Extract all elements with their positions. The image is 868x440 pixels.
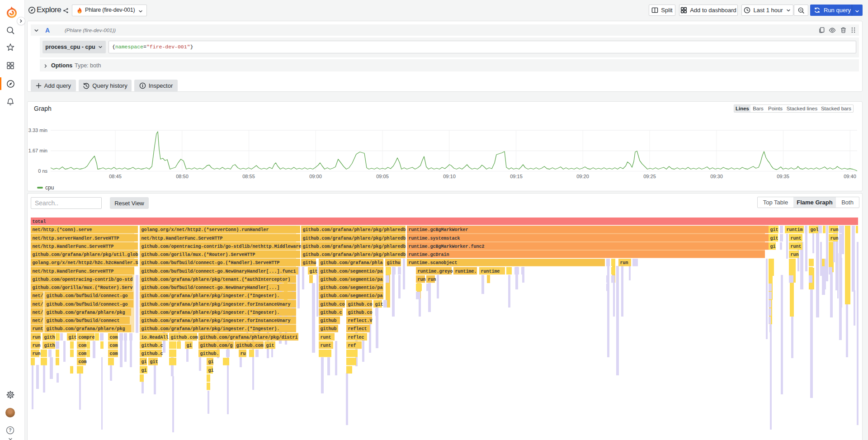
svg-text:reflec: reflec: [348, 335, 364, 340]
svg-text:gi: gi: [142, 360, 147, 364]
svg-text:github.com/opentracing-contrib: github.com/opentracing-contrib/go-std: [33, 277, 133, 282]
svg-text:runtime.gcBgMarkWorker: runtime.gcBgMarkWorker: [409, 227, 468, 232]
svg-text:github.com/segmentio/pa: github.com/segmentio/pa: [321, 293, 383, 298]
svg-text:runtime.greyo: runtime.greyo: [418, 269, 453, 274]
svg-text:github.com: github.com: [171, 335, 198, 340]
svg-text:github.com/grafana/phlare/pkg: github.com/grafana/phlare/pkg: [47, 326, 125, 331]
svg-text:io.ReadAll: io.ReadAll: [142, 335, 169, 340]
svg-text:runtime.: runtime.: [455, 269, 477, 274]
svg-text:runtime.gcBgMarkWorker.func2: runtime.gcBgMarkWorker.func2: [409, 244, 485, 249]
svg-text:github.co: github.co: [348, 310, 373, 315]
svg-text:com: com: [110, 351, 118, 356]
svg-text:gith: gith: [44, 343, 55, 348]
svg-text:gi: gi: [208, 360, 214, 364]
svg-text:net/http.(*conn).serve: net/http.(*conn).serve: [33, 227, 92, 232]
svg-text:github.com/grafana/phlare/pkg/: github.com/grafana/phlare/pkg/ingester.f…: [142, 302, 291, 307]
svg-text:run: run: [791, 252, 799, 257]
svg-text:runt: runt: [321, 343, 331, 348]
svg-text:runt: runt: [791, 244, 802, 249]
svg-text:git: git: [150, 360, 158, 364]
svg-text:gith: gith: [44, 335, 55, 340]
svg-text:github.com/grafana/phlare/pkg: github.com/grafana/phlare/pkg: [47, 310, 125, 315]
svg-text:github.com/gorilla/mux.(*Route: github.com/gorilla/mux.(*Router).Serv: [33, 285, 133, 290]
svg-text:github.com/bufbuild/connect-go: github.com/bufbuild/connect-go: [47, 293, 128, 298]
svg-text:github.com/bufbuild/connect-go: github.com/bufbuild/connect-go: [47, 302, 128, 307]
svg-text:runtime.systemstack: runtime.systemstack: [409, 236, 460, 241]
svg-text:runt: runt: [33, 326, 43, 331]
svg-text:net/: net/: [33, 310, 43, 315]
svg-text:golang.org/x/net/http2/h2c.h2c: golang.org/x/net/http2/h2c.h2cHandler.S: [33, 260, 138, 265]
svg-text:run: run: [620, 260, 628, 265]
svg-text:reflect.V: reflect.V: [348, 318, 373, 323]
svg-text:com: com: [110, 335, 118, 340]
svg-text:github.com/grafana/phlare/pkg/: github.com/grafana/phlare/pkg/phlaredb: [303, 236, 406, 241]
svg-text:github.com/g: github.com/g: [200, 343, 233, 348]
svg-text:ru: ru: [241, 351, 246, 356]
svg-text:github.com/grafana/phlare/pkg/: github.com/grafana/phlare/pkg/phlaredb: [303, 227, 406, 232]
svg-text:git: git: [310, 269, 318, 274]
svg-text:githu: githu: [387, 260, 401, 265]
svg-text:github.com/bufbuild/connect-go: github.com/bufbuild/connect-go.NewUnaryH…: [142, 269, 296, 274]
svg-text:gi: gi: [770, 244, 776, 249]
svg-text:gol: gol: [811, 227, 819, 232]
svg-text:golang.org/x/net/http2.(*serve: golang.org/x/net/http2.(*serverConn).run…: [142, 227, 269, 232]
svg-text:gi: gi: [208, 368, 214, 373]
svg-text:net/http.HandlerFunc.ServeHTTP: net/http.HandlerFunc.ServeHTTP: [142, 236, 223, 241]
svg-text:github.c: github.c: [142, 351, 163, 356]
svg-text:github.c: github.c: [142, 343, 163, 348]
svg-text:net/http.HandlerFunc.ServeHTTP: net/http.HandlerFunc.ServeHTTP: [33, 244, 114, 249]
svg-text:gi: gi: [187, 343, 192, 348]
svg-text:total: total: [33, 219, 46, 224]
svg-text:github.com/segmentio/pa: github.com/segmentio/pa: [321, 285, 383, 290]
svg-text:runt: runt: [791, 236, 802, 241]
svg-text:net/: net/: [33, 302, 43, 307]
svg-text:github.com/segmentio/pa: github.com/segmentio/pa: [321, 269, 383, 274]
svg-text:gi: gi: [142, 368, 147, 373]
svg-text:github.com/grafana/phlare/pkg/: github.com/grafana/phlare/pkg/ingester.f…: [142, 318, 291, 323]
svg-text:github.co: github.co: [348, 302, 373, 307]
svg-text:githu: githu: [303, 260, 316, 265]
svg-text:runtim: runtim: [787, 227, 803, 232]
svg-text:runtime.scanobject: runtime.scanobject: [409, 260, 458, 265]
svg-text:com: com: [79, 351, 87, 356]
svg-text:github.com/grafana/phlare/pkg/: github.com/grafana/phlare/pkg/ingester.(…: [142, 310, 280, 315]
svg-text:run: run: [428, 277, 436, 282]
svg-text:github.com/grafana/phlare/pkg/: github.com/grafana/phlare/pkg/ingester.(…: [142, 293, 280, 298]
svg-text:github.com/opentracing-contrib: github.com/opentracing-contrib/go-stdlib…: [142, 244, 302, 249]
svg-text:github.c: github.c: [321, 310, 342, 315]
svg-text:git: git: [770, 227, 778, 232]
svg-text:run: run: [33, 351, 41, 356]
svg-text:run: run: [418, 277, 426, 282]
svg-text:github.com/bufbuild/connect-go: github.com/bufbuild/connect-go.NewUnaryH…: [142, 285, 280, 290]
svg-text:run: run: [33, 343, 41, 348]
svg-text:run: run: [830, 236, 839, 241]
svg-text:git: git: [69, 335, 77, 340]
svg-text:net/http.HandlerFunc.ServeHTTP: net/http.HandlerFunc.ServeHTTP: [33, 269, 114, 274]
svg-text:github.com: github.com: [236, 343, 264, 348]
svg-text:reflect: reflect: [348, 326, 367, 331]
svg-text:net/http.serverHandler.ServeHT: net/http.serverHandler.ServeHTTP: [33, 236, 119, 241]
svg-text:github.com/grafana/phlare/pkg/: github.com/grafana/phlare/pkg/phlaredb: [303, 252, 406, 257]
svg-text:github.com/bufbuild/connect-go: github.com/bufbuild/connect-go.(*Handler…: [142, 260, 280, 265]
svg-text:com: com: [110, 343, 118, 348]
svg-text:com: com: [79, 343, 87, 348]
svg-text:git: git: [266, 343, 274, 348]
svg-text:runtime.gcDrain: runtime.gcDrain: [409, 252, 449, 257]
svg-text:run: run: [830, 227, 839, 232]
svg-text:run: run: [33, 335, 41, 340]
svg-text:git: git: [770, 236, 778, 241]
svg-text:github.com/grafana/phlare/pkg/: github.com/grafana/phlare/pkg/util.glob: [33, 252, 138, 257]
svg-text:github.co: github.co: [321, 302, 345, 307]
svg-text:net/: net/: [33, 318, 43, 323]
svg-text:github.com/grafana/phla: github.com/grafana/phla: [321, 260, 383, 265]
svg-text:github.com/grafana/phlare/pkg/: github.com/grafana/phlare/pkg/ingester.(…: [142, 326, 280, 331]
svg-text:compre: compre: [79, 335, 95, 340]
svg-text:github: github: [321, 318, 337, 323]
svg-text:runtime: runtime: [481, 269, 500, 274]
svg-text:github: github: [321, 326, 337, 331]
svg-text:github.com/grafana/phlare/pkg/: github.com/grafana/phlare/pkg/distri: [200, 335, 298, 340]
svg-text:github.com/grafana/phlare/pkg/: github.com/grafana/phlare/pkg/phlaredb: [303, 244, 406, 249]
svg-text:github.com/grafana/phlare/pkg/: github.com/grafana/phlare/pkg/tenant.(*a…: [142, 277, 291, 282]
svg-text:runt: runt: [321, 335, 331, 340]
svg-text:ref: ref: [348, 343, 356, 348]
